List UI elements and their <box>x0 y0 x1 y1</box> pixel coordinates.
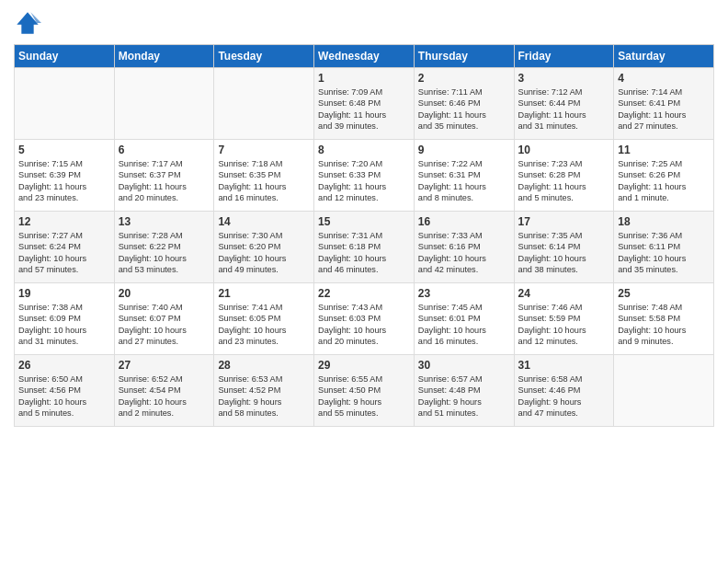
calendar-week-4: 19Sunrise: 7:38 AMSunset: 6:09 PMDayligh… <box>15 283 714 355</box>
calendar-week-5: 26Sunrise: 6:50 AMSunset: 4:56 PMDayligh… <box>15 355 714 427</box>
day-number: 28 <box>218 359 310 372</box>
day-number: 16 <box>418 215 510 228</box>
cell-content: Sunrise: 7:20 AMSunset: 6:33 PMDaylight:… <box>318 158 410 204</box>
calendar-cell: 26Sunrise: 6:50 AMSunset: 4:56 PMDayligh… <box>15 355 115 427</box>
day-header-tuesday: Tuesday <box>214 45 314 68</box>
day-number: 27 <box>119 359 210 372</box>
calendar-week-2: 5Sunrise: 7:15 AMSunset: 6:39 PMDaylight… <box>15 140 714 212</box>
day-number: 18 <box>618 215 710 228</box>
cell-content: Sunrise: 7:15 AMSunset: 6:39 PMDaylight:… <box>18 158 110 204</box>
day-number: 12 <box>18 215 110 228</box>
day-number: 30 <box>418 359 510 372</box>
calendar-cell: 12Sunrise: 7:27 AMSunset: 6:24 PMDayligh… <box>15 212 115 283</box>
day-header-wednesday: Wednesday <box>314 45 415 68</box>
calendar-cell: 11Sunrise: 7:25 AMSunset: 6:26 PMDayligh… <box>614 140 714 212</box>
cell-content: Sunrise: 6:50 AMSunset: 4:56 PMDaylight:… <box>18 373 110 419</box>
day-number: 6 <box>119 144 210 156</box>
cell-content: Sunrise: 7:25 AMSunset: 6:26 PMDaylight:… <box>618 158 710 204</box>
day-number: 8 <box>318 144 410 156</box>
calendar-cell: 23Sunrise: 7:45 AMSunset: 6:01 PMDayligh… <box>414 283 514 355</box>
cell-content: Sunrise: 7:23 AMSunset: 6:28 PMDaylight:… <box>518 158 610 204</box>
calendar-cell: 22Sunrise: 7:43 AMSunset: 6:03 PMDayligh… <box>314 283 415 355</box>
calendar-table: SundayMondayTuesdayWednesdayThursdayFrid… <box>14 44 714 427</box>
calendar-cell: 25Sunrise: 7:48 AMSunset: 5:58 PMDayligh… <box>614 283 714 355</box>
cell-content: Sunrise: 6:55 AMSunset: 4:50 PMDaylight:… <box>318 373 410 419</box>
calendar-cell: 2Sunrise: 7:11 AMSunset: 6:46 PMDaylight… <box>414 68 514 140</box>
cell-content: Sunrise: 7:18 AMSunset: 6:35 PMDaylight:… <box>218 158 310 204</box>
day-number: 17 <box>518 215 610 228</box>
calendar-cell: 3Sunrise: 7:12 AMSunset: 6:44 PMDaylight… <box>514 68 614 140</box>
calendar-cell: 27Sunrise: 6:52 AMSunset: 4:54 PMDayligh… <box>114 355 214 427</box>
calendar-cell: 15Sunrise: 7:31 AMSunset: 6:18 PMDayligh… <box>314 212 415 283</box>
cell-content: Sunrise: 7:22 AMSunset: 6:31 PMDaylight:… <box>418 158 510 204</box>
calendar-cell <box>214 68 314 140</box>
calendar-cell: 20Sunrise: 7:40 AMSunset: 6:07 PMDayligh… <box>114 283 214 355</box>
calendar-cell <box>614 355 714 427</box>
day-header-saturday: Saturday <box>614 45 714 68</box>
cell-content: Sunrise: 7:28 AMSunset: 6:22 PMDaylight:… <box>119 230 210 276</box>
calendar-cell: 4Sunrise: 7:14 AMSunset: 6:41 PMDaylight… <box>614 68 714 140</box>
cell-content: Sunrise: 6:57 AMSunset: 4:48 PMDaylight:… <box>418 373 510 419</box>
day-number: 10 <box>518 144 610 156</box>
calendar-cell: 10Sunrise: 7:23 AMSunset: 6:28 PMDayligh… <box>514 140 614 212</box>
cell-content: Sunrise: 6:58 AMSunset: 4:46 PMDaylight:… <box>518 373 610 419</box>
calendar-cell: 5Sunrise: 7:15 AMSunset: 6:39 PMDaylight… <box>15 140 115 212</box>
day-number: 2 <box>418 72 510 85</box>
day-number: 11 <box>618 144 710 156</box>
cell-content: Sunrise: 7:31 AMSunset: 6:18 PMDaylight:… <box>318 230 410 276</box>
calendar-cell <box>114 68 214 140</box>
cell-content: Sunrise: 7:36 AMSunset: 6:11 PMDaylight:… <box>618 230 710 276</box>
cell-content: Sunrise: 7:09 AMSunset: 6:48 PMDaylight:… <box>318 86 410 132</box>
calendar-cell: 31Sunrise: 6:58 AMSunset: 4:46 PMDayligh… <box>514 355 614 427</box>
calendar-cell: 6Sunrise: 7:17 AMSunset: 6:37 PMDaylight… <box>114 140 214 212</box>
logo <box>14 9 45 37</box>
day-number: 15 <box>318 215 410 228</box>
calendar-cell: 19Sunrise: 7:38 AMSunset: 6:09 PMDayligh… <box>15 283 115 355</box>
day-header-monday: Monday <box>114 45 214 68</box>
cell-content: Sunrise: 6:52 AMSunset: 4:54 PMDaylight:… <box>119 373 210 419</box>
day-number: 19 <box>18 287 110 300</box>
day-header-thursday: Thursday <box>414 45 514 68</box>
cell-content: Sunrise: 7:43 AMSunset: 6:03 PMDaylight:… <box>318 302 410 348</box>
day-number: 24 <box>518 287 610 300</box>
calendar-cell: 1Sunrise: 7:09 AMSunset: 6:48 PMDaylight… <box>314 68 415 140</box>
calendar-cell: 14Sunrise: 7:30 AMSunset: 6:20 PMDayligh… <box>214 212 314 283</box>
day-number: 22 <box>318 287 410 300</box>
calendar-cell: 7Sunrise: 7:18 AMSunset: 6:35 PMDaylight… <box>214 140 314 212</box>
cell-content: Sunrise: 7:14 AMSunset: 6:41 PMDaylight:… <box>618 86 710 132</box>
calendar-cell: 30Sunrise: 6:57 AMSunset: 4:48 PMDayligh… <box>414 355 514 427</box>
cell-content: Sunrise: 7:27 AMSunset: 6:24 PMDaylight:… <box>18 230 110 276</box>
day-number: 3 <box>518 72 610 85</box>
day-number: 4 <box>618 72 710 85</box>
calendar-cell: 9Sunrise: 7:22 AMSunset: 6:31 PMDaylight… <box>414 140 514 212</box>
calendar-cell: 18Sunrise: 7:36 AMSunset: 6:11 PMDayligh… <box>614 212 714 283</box>
day-number: 1 <box>318 72 410 85</box>
cell-content: Sunrise: 7:33 AMSunset: 6:16 PMDaylight:… <box>418 230 510 276</box>
calendar-cell: 17Sunrise: 7:35 AMSunset: 6:14 PMDayligh… <box>514 212 614 283</box>
day-header-sunday: Sunday <box>15 45 115 68</box>
day-number: 9 <box>418 144 510 156</box>
cell-content: Sunrise: 7:30 AMSunset: 6:20 PMDaylight:… <box>218 230 310 276</box>
calendar-cell: 13Sunrise: 7:28 AMSunset: 6:22 PMDayligh… <box>114 212 214 283</box>
day-number: 20 <box>119 287 210 300</box>
day-number: 14 <box>218 215 310 228</box>
day-number: 26 <box>18 359 110 372</box>
day-number: 31 <box>518 359 610 372</box>
calendar-cell: 8Sunrise: 7:20 AMSunset: 6:33 PMDaylight… <box>314 140 415 212</box>
day-number: 23 <box>418 287 510 300</box>
page-header <box>14 9 714 37</box>
day-number: 25 <box>618 287 710 300</box>
cell-content: Sunrise: 7:48 AMSunset: 5:58 PMDaylight:… <box>618 302 710 348</box>
calendar-header-row: SundayMondayTuesdayWednesdayThursdayFrid… <box>15 45 714 68</box>
calendar-cell: 29Sunrise: 6:55 AMSunset: 4:50 PMDayligh… <box>314 355 415 427</box>
day-number: 29 <box>318 359 410 372</box>
logo-icon <box>14 9 41 37</box>
cell-content: Sunrise: 7:46 AMSunset: 5:59 PMDaylight:… <box>518 302 610 348</box>
calendar-week-1: 1Sunrise: 7:09 AMSunset: 6:48 PMDaylight… <box>15 68 714 140</box>
day-number: 13 <box>119 215 210 228</box>
cell-content: Sunrise: 7:38 AMSunset: 6:09 PMDaylight:… <box>18 302 110 348</box>
day-number: 5 <box>18 144 110 156</box>
day-number: 21 <box>218 287 310 300</box>
cell-content: Sunrise: 7:17 AMSunset: 6:37 PMDaylight:… <box>119 158 210 204</box>
day-header-friday: Friday <box>514 45 614 68</box>
